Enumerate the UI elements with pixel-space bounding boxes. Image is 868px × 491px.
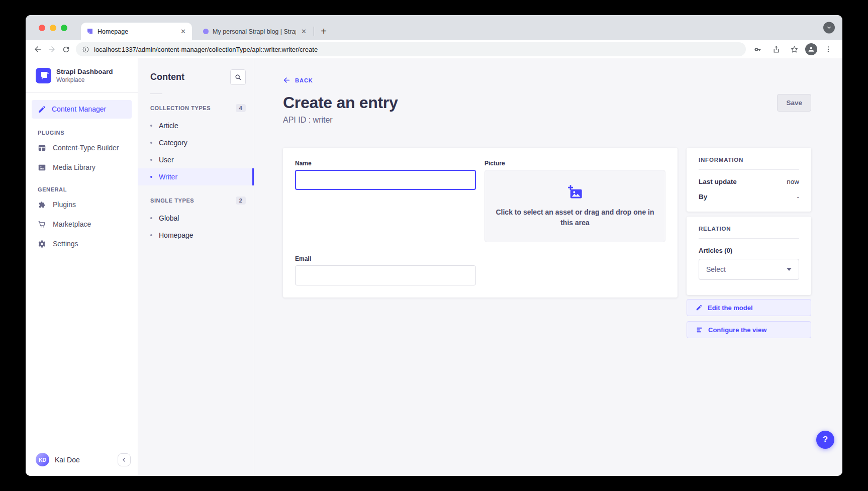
api-id-subtitle: API ID : writer — [283, 116, 811, 125]
strapi-app: Strapi Dashboard Workplace Content Manag… — [26, 58, 842, 476]
minimize-window-button[interactable] — [50, 25, 56, 31]
name-input[interactable] — [295, 170, 476, 190]
edit-model-label: Edit the model — [708, 304, 753, 312]
name-label: Name — [295, 160, 476, 167]
share-icon — [772, 45, 781, 54]
edit-model-button[interactable]: Edit the model — [687, 299, 811, 316]
articles-select[interactable]: Select — [699, 259, 799, 280]
arrow-back-icon — [33, 45, 42, 54]
sidebar-item-media-library[interactable]: Media Library — [26, 158, 138, 177]
subnav-item-global[interactable]: Global — [138, 210, 254, 227]
reload-icon — [62, 45, 70, 54]
browser-menu-button[interactable] — [821, 42, 835, 56]
save-button[interactable]: Save — [777, 94, 811, 112]
search-button[interactable] — [230, 69, 246, 85]
close-tab-icon[interactable]: ✕ — [179, 27, 187, 36]
bookmark-button[interactable] — [787, 42, 801, 56]
picture-field: Picture Click to select an asset or drag… — [485, 160, 665, 242]
sidebar-item-content-type-builder[interactable]: Content-Type Builder — [26, 138, 138, 158]
sidebar-item-label: Content Manager — [52, 105, 106, 113]
window-controls — [39, 15, 67, 40]
browser-menu-chevron-button[interactable] — [823, 22, 835, 34]
new-tab-button[interactable]: + — [317, 24, 331, 38]
workspace-name: Workplace — [56, 76, 113, 84]
sidebar-item-plugins[interactable]: Plugins — [26, 195, 138, 215]
browser-toolbar: localhost:1337/admin/content-manager/col… — [26, 40, 842, 58]
back-link[interactable]: BACK — [283, 76, 313, 84]
sidebar-item-label: Marketplace — [53, 220, 91, 228]
toolbar-actions — [751, 42, 837, 56]
main-content: BACK Create an entry Save API ID : write… — [254, 58, 842, 476]
tab-strapi-blog[interactable]: My personal Strapi blog | Strap ✕ — [198, 23, 313, 40]
key-icon — [754, 45, 762, 54]
sidebar-section-general: GENERAL — [26, 177, 138, 195]
help-button[interactable]: ? — [816, 431, 834, 449]
subnav-item-article[interactable]: Article — [138, 117, 254, 134]
subnav-item-label: Article — [159, 122, 178, 130]
media-library-icon — [38, 163, 46, 172]
tab-homepage[interactable]: Homepage ✕ — [81, 23, 192, 40]
browser-profile-button[interactable] — [805, 43, 817, 55]
sidebar-item-content-manager[interactable]: Content Manager — [32, 100, 132, 119]
three-dots-icon — [824, 45, 832, 53]
subnav-item-writer[interactable]: Writer — [138, 168, 254, 185]
user-row: KD Kai Doe — [26, 445, 138, 476]
divider — [150, 93, 162, 94]
divider — [699, 238, 799, 239]
sidebar-item-marketplace[interactable]: Marketplace — [26, 215, 138, 234]
subnav-item-user[interactable]: User — [138, 151, 254, 168]
bullet-icon — [150, 142, 152, 144]
reload-button[interactable] — [59, 42, 73, 56]
close-tab-icon[interactable]: ✕ — [300, 27, 308, 36]
subnav-item-label: Writer — [159, 173, 177, 181]
url-bar[interactable]: localhost:1337/admin/content-manager/col… — [76, 42, 746, 56]
configure-view-icon — [696, 326, 703, 334]
workspace-brand[interactable]: Strapi Dashboard Workplace — [26, 58, 138, 92]
app-title: Strapi Dashboard — [56, 68, 113, 76]
browser-tabstrip: Homepage ✕ My personal Strapi blog | Str… — [26, 15, 842, 40]
meta-column: INFORMATION Last update now By - — [687, 148, 811, 338]
layout-grid-icon — [38, 144, 46, 152]
email-label: Email — [295, 255, 476, 262]
subnav-item-label: Homepage — [159, 231, 194, 239]
picture-dropzone[interactable]: Click to select an asset or drag and dro… — [485, 170, 665, 242]
subnav-item-homepage[interactable]: Homepage — [138, 227, 254, 244]
configure-view-label: Configure the view — [708, 326, 766, 334]
configure-view-button[interactable]: Configure the view — [687, 321, 811, 338]
subnav-item-label: Global — [159, 214, 179, 222]
chevron-left-icon — [121, 457, 127, 463]
subnav-item-category[interactable]: Category — [138, 134, 254, 151]
zoom-window-button[interactable] — [61, 25, 67, 31]
information-title: INFORMATION — [699, 157, 799, 163]
content-subnav: Content COLLECTION TYPES 4 Article Categ — [138, 58, 254, 476]
information-panel: INFORMATION Last update now By - — [687, 148, 811, 212]
arrow-forward-icon — [47, 45, 56, 54]
tab-separator — [314, 27, 314, 36]
forward-nav-button[interactable] — [45, 42, 59, 56]
page-title: Create an entry — [283, 93, 398, 112]
caret-down-icon — [787, 268, 792, 271]
user-name: Kai Doe — [55, 456, 80, 464]
collapse-sidebar-button[interactable] — [118, 453, 131, 466]
password-manager-button[interactable] — [751, 42, 765, 56]
pen-icon — [38, 105, 46, 114]
gear-icon — [38, 240, 46, 248]
close-window-button[interactable] — [39, 25, 45, 31]
arrow-left-icon — [283, 76, 291, 84]
collection-types-header: COLLECTION TYPES 4 — [138, 99, 254, 117]
sidebar-item-settings[interactable]: Settings — [26, 234, 138, 254]
share-button[interactable] — [769, 42, 783, 56]
subnav-item-label: Category — [159, 139, 187, 147]
relation-panel: RELATION Articles (0) Select — [687, 217, 811, 295]
bullet-icon — [150, 125, 152, 127]
last-update-row: Last update now — [699, 178, 799, 185]
email-input[interactable] — [295, 265, 476, 285]
articles-label: Articles (0) — [699, 247, 799, 254]
back-nav-button[interactable] — [31, 42, 45, 56]
user-avatar: KD — [36, 453, 49, 466]
bullet-icon — [150, 176, 152, 178]
puzzle-icon — [38, 201, 46, 209]
back-label: BACK — [295, 77, 313, 83]
site-info-icon[interactable] — [82, 46, 89, 53]
sidebar-item-label: Content-Type Builder — [53, 144, 119, 152]
